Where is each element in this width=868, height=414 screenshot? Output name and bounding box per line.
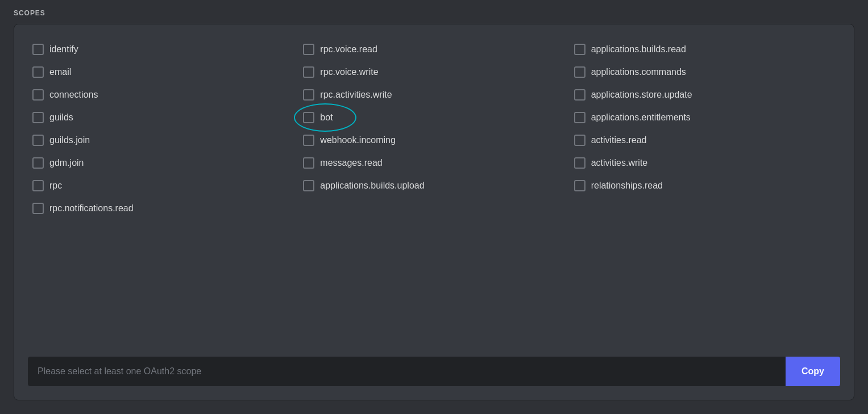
scope-item-relationships-read[interactable]: relationships.read: [570, 174, 840, 197]
scope-checkbox-applications-entitlements[interactable]: [574, 112, 585, 123]
scope-label-rpc: rpc: [49, 181, 62, 191]
scope-item-applications-store-update[interactable]: applications.store.update: [570, 83, 840, 106]
page-wrapper: SCOPES identify email connections: [0, 0, 868, 414]
scope-checkbox-activities-read[interactable]: [574, 135, 585, 146]
scope-label-identify: identify: [49, 44, 78, 55]
scope-label-connections: connections: [49, 90, 98, 100]
scopes-section-title: SCOPES: [14, 9, 854, 17]
scope-checkbox-gdm-join[interactable]: [32, 157, 44, 169]
scope-item-rpc-voice-read[interactable]: rpc.voice.read: [298, 38, 569, 61]
scope-item-connections[interactable]: connections: [28, 83, 298, 106]
scope-item-rpc-notifications-read[interactable]: rpc.notifications.read: [28, 197, 298, 220]
scope-label-gdm-join: gdm.join: [49, 158, 84, 168]
scope-label-activities-write: activities.write: [591, 158, 648, 168]
scopes-grid: identify email connections guilds guilds…: [28, 38, 840, 345]
scope-item-applications-builds-upload[interactable]: applications.builds.upload: [298, 174, 569, 197]
scope-checkbox-connections[interactable]: [32, 89, 44, 101]
scope-checkbox-identify[interactable]: [32, 44, 44, 55]
url-bar-section: Please select at least one OAuth2 scope …: [28, 357, 840, 400]
scope-checkbox-relationships-read[interactable]: [574, 180, 585, 191]
scopes-container: identify email connections guilds guilds…: [14, 24, 854, 400]
scope-checkbox-messages-read[interactable]: [303, 157, 314, 169]
scope-item-gdm-join[interactable]: gdm.join: [28, 152, 298, 174]
scope-checkbox-rpc-activities-write[interactable]: [303, 89, 314, 101]
scope-checkbox-applications-commands[interactable]: [574, 66, 585, 78]
scope-item-applications-entitlements[interactable]: applications.entitlements: [570, 106, 840, 129]
scope-checkbox-rpc-notifications-read[interactable]: [32, 203, 44, 214]
scope-item-rpc[interactable]: rpc: [28, 174, 298, 197]
scope-checkbox-rpc[interactable]: [32, 180, 44, 191]
scope-label-applications-builds-upload: applications.builds.upload: [320, 181, 424, 191]
scope-item-guilds-join[interactable]: guilds.join: [28, 129, 298, 152]
scope-label-applications-commands: applications.commands: [591, 67, 686, 77]
scope-item-bot[interactable]: bot: [298, 106, 569, 129]
copy-button[interactable]: Copy: [786, 357, 840, 386]
scope-checkbox-email[interactable]: [32, 66, 44, 78]
scope-checkbox-applications-builds-read[interactable]: [574, 44, 585, 55]
scope-label-applications-store-update: applications.store.update: [591, 90, 692, 100]
scope-label-rpc-notifications-read: rpc.notifications.read: [49, 203, 134, 214]
scope-item-activities-write[interactable]: activities.write: [570, 152, 840, 174]
scope-label-activities-read: activities.read: [591, 135, 647, 145]
scope-column-1: identify email connections guilds guilds…: [28, 38, 298, 345]
scope-column-2: rpc.voice.read rpc.voice.write rpc.activ…: [298, 38, 569, 345]
scope-checkbox-guilds-join[interactable]: [32, 135, 44, 146]
scope-item-identify[interactable]: identify: [28, 38, 298, 61]
scope-column-3: applications.builds.read applications.co…: [570, 38, 840, 345]
scope-label-email: email: [49, 67, 71, 77]
scope-item-messages-read[interactable]: messages.read: [298, 152, 569, 174]
scope-checkbox-applications-store-update[interactable]: [574, 89, 585, 101]
scope-item-rpc-activities-write[interactable]: rpc.activities.write: [298, 83, 569, 106]
scope-label-rpc-activities-write: rpc.activities.write: [320, 90, 392, 100]
scope-item-applications-commands[interactable]: applications.commands: [570, 61, 840, 83]
scope-label-messages-read: messages.read: [320, 158, 382, 168]
scope-checkbox-guilds[interactable]: [32, 112, 44, 123]
scope-label-relationships-read: relationships.read: [591, 181, 663, 191]
scope-item-rpc-voice-write[interactable]: rpc.voice.write: [298, 61, 569, 83]
scope-label-bot: bot: [320, 112, 333, 123]
scope-label-guilds-join: guilds.join: [49, 135, 90, 145]
scope-item-webhook-incoming[interactable]: webhook.incoming: [298, 129, 569, 152]
scope-item-email[interactable]: email: [28, 61, 298, 83]
scope-label-applications-entitlements: applications.entitlements: [591, 112, 691, 123]
scope-item-activities-read[interactable]: activities.read: [570, 129, 840, 152]
scope-checkbox-rpc-voice-write[interactable]: [303, 66, 314, 78]
scope-checkbox-activities-write[interactable]: [574, 157, 585, 169]
scope-checkbox-bot[interactable]: [303, 112, 314, 123]
scope-label-webhook-incoming: webhook.incoming: [320, 135, 396, 145]
scope-checkbox-webhook-incoming[interactable]: [303, 135, 314, 146]
scope-checkbox-rpc-voice-read[interactable]: [303, 44, 314, 55]
scope-label-guilds: guilds: [49, 112, 73, 123]
scope-item-applications-builds-read[interactable]: applications.builds.read: [570, 38, 840, 61]
url-display: Please select at least one OAuth2 scope: [28, 357, 786, 386]
scope-label-rpc-voice-read: rpc.voice.read: [320, 44, 377, 55]
scope-label-applications-builds-read: applications.builds.read: [591, 44, 686, 55]
scope-checkbox-applications-builds-upload[interactable]: [303, 180, 314, 191]
scope-item-guilds[interactable]: guilds: [28, 106, 298, 129]
scope-label-rpc-voice-write: rpc.voice.write: [320, 67, 378, 77]
